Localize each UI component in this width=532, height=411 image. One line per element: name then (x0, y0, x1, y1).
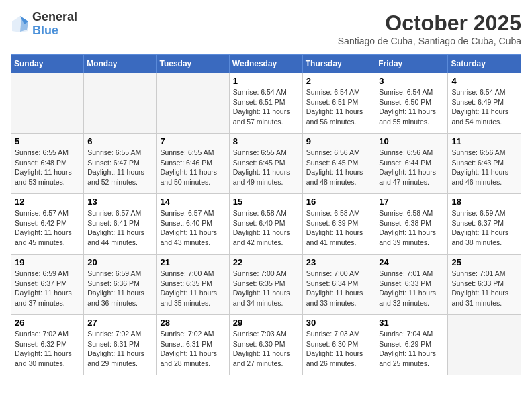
day-info: Sunrise: 7:03 AMSunset: 6:30 PMDaylight:… (233, 329, 299, 369)
logo: General Blue (11, 11, 77, 38)
calendar-cell: 21Sunrise: 7:00 AMSunset: 6:35 PMDayligh… (157, 255, 229, 315)
page-header: General Blue October 2025 Santiago de Cu… (11, 11, 521, 46)
calendar-cell: 26Sunrise: 7:02 AMSunset: 6:32 PMDayligh… (11, 315, 84, 375)
title-area: October 2025 Santiago de Cuba, Santiago … (338, 11, 521, 46)
month-title: October 2025 (338, 11, 521, 36)
calendar-week-row: 19Sunrise: 6:59 AMSunset: 6:37 PMDayligh… (11, 255, 521, 315)
calendar-week-row: 1Sunrise: 6:54 AMSunset: 6:51 PMDaylight… (11, 73, 521, 134)
calendar-cell: 4Sunrise: 6:54 AMSunset: 6:49 PMDaylight… (448, 73, 521, 134)
calendar-table: SundayMondayTuesdayWednesdayThursdayFrid… (11, 54, 521, 375)
day-number: 15 (233, 197, 299, 207)
day-number: 5 (15, 136, 80, 146)
day-number: 10 (379, 136, 444, 146)
day-info: Sunrise: 6:55 AMSunset: 6:46 PMDaylight:… (160, 148, 225, 187)
day-number: 9 (306, 136, 372, 146)
day-number: 30 (306, 318, 372, 328)
day-info: Sunrise: 6:58 AMSunset: 6:39 PMDaylight:… (306, 208, 372, 248)
logo-icon (11, 15, 30, 34)
calendar-cell: 5Sunrise: 6:55 AMSunset: 6:48 PMDaylight… (11, 134, 84, 194)
day-info: Sunrise: 7:02 AMSunset: 6:32 PMDaylight:… (15, 329, 80, 369)
calendar-cell: 27Sunrise: 7:02 AMSunset: 6:31 PMDayligh… (84, 315, 157, 375)
day-info: Sunrise: 6:54 AMSunset: 6:51 PMDaylight:… (233, 87, 299, 127)
day-number: 6 (87, 136, 152, 146)
day-number: 19 (15, 257, 80, 267)
calendar-cell (11, 73, 84, 134)
calendar-cell (157, 73, 229, 134)
day-number: 12 (15, 197, 80, 207)
calendar-cell: 10Sunrise: 6:56 AMSunset: 6:44 PMDayligh… (375, 134, 448, 194)
day-info: Sunrise: 6:56 AMSunset: 6:44 PMDaylight:… (379, 148, 444, 187)
day-number: 13 (87, 197, 152, 207)
day-info: Sunrise: 6:55 AMSunset: 6:48 PMDaylight:… (15, 148, 80, 187)
calendar-cell: 13Sunrise: 6:57 AMSunset: 6:41 PMDayligh… (84, 194, 157, 255)
day-number: 8 (233, 136, 299, 146)
calendar-cell: 28Sunrise: 7:02 AMSunset: 6:31 PMDayligh… (157, 315, 229, 375)
calendar-cell: 17Sunrise: 6:58 AMSunset: 6:38 PMDayligh… (375, 194, 448, 255)
calendar-week-row: 26Sunrise: 7:02 AMSunset: 6:32 PMDayligh… (11, 315, 521, 375)
calendar-cell: 12Sunrise: 6:57 AMSunset: 6:42 PMDayligh… (11, 194, 84, 255)
weekday-header-tuesday: Tuesday (157, 55, 229, 73)
calendar-cell: 11Sunrise: 6:56 AMSunset: 6:43 PMDayligh… (448, 134, 521, 194)
calendar-cell: 23Sunrise: 7:00 AMSunset: 6:34 PMDayligh… (302, 255, 375, 315)
day-number: 14 (160, 197, 225, 207)
day-info: Sunrise: 7:03 AMSunset: 6:30 PMDaylight:… (306, 329, 372, 369)
calendar-cell: 19Sunrise: 6:59 AMSunset: 6:37 PMDayligh… (11, 255, 84, 315)
day-info: Sunrise: 6:55 AMSunset: 6:45 PMDaylight:… (233, 148, 299, 187)
day-info: Sunrise: 6:58 AMSunset: 6:40 PMDaylight:… (233, 208, 299, 248)
weekday-header-thursday: Thursday (302, 55, 375, 73)
day-number: 4 (451, 76, 517, 86)
day-number: 7 (160, 136, 225, 146)
day-number: 28 (160, 318, 225, 328)
day-info: Sunrise: 6:57 AMSunset: 6:41 PMDaylight:… (87, 208, 152, 248)
day-info: Sunrise: 6:54 AMSunset: 6:50 PMDaylight:… (379, 87, 444, 127)
day-number: 20 (87, 257, 152, 267)
weekday-header-sunday: Sunday (11, 55, 84, 73)
day-number: 2 (306, 76, 372, 86)
calendar-cell: 16Sunrise: 6:58 AMSunset: 6:39 PMDayligh… (302, 194, 375, 255)
day-number: 18 (451, 197, 517, 207)
logo-text: General Blue (32, 11, 77, 38)
weekday-header-wednesday: Wednesday (229, 55, 302, 73)
day-info: Sunrise: 6:59 AMSunset: 6:37 PMDaylight:… (15, 269, 80, 308)
day-info: Sunrise: 7:01 AMSunset: 6:33 PMDaylight:… (379, 269, 444, 308)
day-info: Sunrise: 6:59 AMSunset: 6:37 PMDaylight:… (451, 208, 517, 248)
calendar-cell: 29Sunrise: 7:03 AMSunset: 6:30 PMDayligh… (229, 315, 302, 375)
day-info: Sunrise: 7:00 AMSunset: 6:35 PMDaylight:… (233, 269, 299, 308)
calendar-cell: 30Sunrise: 7:03 AMSunset: 6:30 PMDayligh… (302, 315, 375, 375)
day-info: Sunrise: 7:00 AMSunset: 6:35 PMDaylight:… (160, 269, 225, 308)
weekday-header-friday: Friday (375, 55, 448, 73)
location-title: Santiago de Cuba, Santiago de Cuba, Cuba (338, 36, 521, 46)
calendar-cell: 3Sunrise: 6:54 AMSunset: 6:50 PMDaylight… (375, 73, 448, 134)
day-number: 17 (379, 197, 444, 207)
day-info: Sunrise: 6:57 AMSunset: 6:40 PMDaylight:… (160, 208, 225, 248)
day-info: Sunrise: 6:54 AMSunset: 6:49 PMDaylight:… (451, 87, 517, 127)
day-number: 29 (233, 318, 299, 328)
calendar-cell (84, 73, 157, 134)
calendar-cell: 1Sunrise: 6:54 AMSunset: 6:51 PMDaylight… (229, 73, 302, 134)
day-info: Sunrise: 6:58 AMSunset: 6:38 PMDaylight:… (379, 208, 444, 248)
day-info: Sunrise: 7:04 AMSunset: 6:29 PMDaylight:… (379, 329, 444, 369)
calendar-cell: 2Sunrise: 6:54 AMSunset: 6:51 PMDaylight… (302, 73, 375, 134)
weekday-header-monday: Monday (84, 55, 157, 73)
day-number: 24 (379, 257, 444, 267)
calendar-cell: 9Sunrise: 6:56 AMSunset: 6:45 PMDaylight… (302, 134, 375, 194)
calendar-week-row: 12Sunrise: 6:57 AMSunset: 6:42 PMDayligh… (11, 194, 521, 255)
day-info: Sunrise: 6:56 AMSunset: 6:45 PMDaylight:… (306, 148, 372, 187)
day-number: 1 (233, 76, 299, 86)
day-number: 11 (451, 136, 517, 146)
day-number: 31 (379, 318, 444, 328)
day-info: Sunrise: 7:02 AMSunset: 6:31 PMDaylight:… (160, 329, 225, 369)
weekday-header-saturday: Saturday (448, 55, 521, 73)
day-number: 3 (379, 76, 444, 86)
day-info: Sunrise: 6:59 AMSunset: 6:36 PMDaylight:… (87, 269, 152, 308)
day-number: 25 (451, 257, 517, 267)
day-info: Sunrise: 6:54 AMSunset: 6:51 PMDaylight:… (306, 87, 372, 127)
day-number: 21 (160, 257, 225, 267)
day-info: Sunrise: 6:57 AMSunset: 6:42 PMDaylight:… (15, 208, 80, 248)
calendar-cell: 6Sunrise: 6:55 AMSunset: 6:47 PMDaylight… (84, 134, 157, 194)
calendar-cell: 24Sunrise: 7:01 AMSunset: 6:33 PMDayligh… (375, 255, 448, 315)
day-number: 23 (306, 257, 372, 267)
calendar-cell: 7Sunrise: 6:55 AMSunset: 6:46 PMDaylight… (157, 134, 229, 194)
calendar-cell: 15Sunrise: 6:58 AMSunset: 6:40 PMDayligh… (229, 194, 302, 255)
calendar-cell: 14Sunrise: 6:57 AMSunset: 6:40 PMDayligh… (157, 194, 229, 255)
